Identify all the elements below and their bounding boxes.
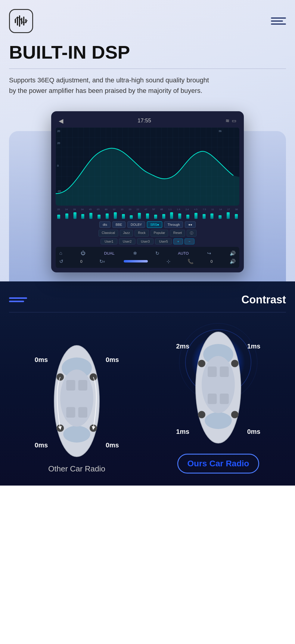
audio-waveform-icon xyxy=(14,14,29,29)
user3-btn[interactable]: User3 xyxy=(137,238,154,244)
our-car-label-container: Ours Car Radio xyxy=(177,454,259,474)
through-btn[interactable]: Through xyxy=(164,221,183,228)
top-section: BUILT-IN DSP Supports 36EQ adjustment, a… xyxy=(0,0,295,281)
svg-rect-22 xyxy=(66,407,75,418)
our-car-svg xyxy=(191,324,245,451)
battery-icon: ▭ xyxy=(232,118,236,124)
recycle-icon[interactable]: ↻ xyxy=(155,250,159,256)
eq-preset-buttons: Classical Jazz Rock Popular Reset ⓘ xyxy=(56,230,239,237)
fan-right-icon[interactable]: ⊹ xyxy=(166,259,170,264)
svg-text:0: 0 xyxy=(57,164,59,167)
user2-btn[interactable]: User2 xyxy=(119,238,135,244)
ctrl-row-1: ⌂ ⏻ DUAL ❄ ↻ AUTO ↪ 🔊 xyxy=(59,249,236,257)
other-delay-top-right: 0ms xyxy=(106,356,119,364)
contrast-divider xyxy=(9,312,286,312)
radio-time: 17:55 xyxy=(138,118,151,124)
jazz-btn[interactable]: Jazz xyxy=(120,230,133,237)
svg-point-19 xyxy=(60,370,93,427)
other-car-label: Other Car Radio xyxy=(48,464,105,474)
vol-up-icon[interactable]: 🔊 xyxy=(230,250,236,256)
remove-user-btn[interactable]: − xyxy=(185,238,194,244)
car-radio-display: ◀ 17:55 ≋ ▭ xyxy=(9,105,286,281)
our-delay-top-right: 1ms xyxy=(247,342,260,350)
eq-chart: 20 36 0 -20 20 xyxy=(56,127,239,206)
svg-point-31 xyxy=(202,356,235,413)
left-car-column: 0ms 0ms 0ms 0ms xyxy=(9,338,144,474)
contrast-title: Contrast xyxy=(241,293,286,306)
other-delay-top-left: 0ms xyxy=(35,356,48,364)
sync-icon[interactable]: ↪ xyxy=(207,250,211,256)
power-icon[interactable]: ⏻ xyxy=(81,250,85,256)
svg-rect-33 xyxy=(220,366,229,377)
info-btn[interactable]: ⓘ xyxy=(187,230,197,237)
page-title: BUILT-IN DSP xyxy=(9,42,286,63)
svg-text:20: 20 xyxy=(57,141,60,144)
eq-user-buttons: User1 User2 User3 User5 + − xyxy=(56,238,239,244)
svg-point-37 xyxy=(231,360,238,367)
svg-rect-32 xyxy=(208,366,217,377)
eq-tech-buttons: dts BBE DOLBY SRS● Through ●● xyxy=(56,221,239,228)
dts-btn[interactable]: dts xyxy=(99,221,110,228)
rock-btn[interactable]: Rock xyxy=(135,230,149,237)
our-delay-bot-right: 0ms xyxy=(247,428,260,436)
svg-rect-34 xyxy=(208,394,217,404)
svg-point-18 xyxy=(63,426,90,443)
svg-rect-4 xyxy=(23,17,24,26)
svg-rect-2 xyxy=(19,15,20,27)
svg-text:36: 36 xyxy=(219,129,222,132)
temp-left-val: 0 xyxy=(80,259,82,264)
user1-btn[interactable]: User1 xyxy=(101,238,117,244)
our-delay-top-left: 2ms xyxy=(176,342,189,350)
car-comparison: 0ms 0ms 0ms 0ms xyxy=(9,324,286,474)
our-car-label[interactable]: Ours Car Radio xyxy=(177,454,259,474)
back-nav-icon[interactable]: ↺ xyxy=(59,259,63,264)
phone-icon[interactable]: 📞 xyxy=(188,259,194,264)
add-user-btn[interactable]: + xyxy=(173,238,183,244)
logo xyxy=(9,9,33,33)
other-car-svg xyxy=(50,338,104,464)
svg-rect-21 xyxy=(78,380,87,391)
svg-point-38 xyxy=(198,411,205,418)
vol-mute-icon[interactable]: 🔊 xyxy=(230,259,236,264)
classical-btn[interactable]: Classical xyxy=(98,230,118,237)
ac-icon[interactable]: ❄ xyxy=(133,250,137,256)
srs-btn[interactable]: SRS● xyxy=(147,221,162,228)
other-delay-bot-right: 0ms xyxy=(106,441,119,449)
temp-right-val: 0 xyxy=(210,259,213,264)
signal-icon: ≋ xyxy=(225,118,229,124)
right-car-column: 2ms 1ms 1ms 0ms xyxy=(151,324,286,474)
svg-point-39 xyxy=(231,411,238,418)
radio-bottom-controls: ⌂ ⏻ DUAL ❄ ↻ AUTO ↪ 🔊 ↺ 0 ↻⸗ ⊹ 📞 0 xyxy=(56,247,239,268)
dolby-btn[interactable]: DOLBY xyxy=(127,221,145,228)
radio-top-bar: ◀ 17:55 ≋ ▭ xyxy=(56,116,239,127)
user5-btn[interactable]: User5 xyxy=(155,238,172,244)
svg-rect-23 xyxy=(78,407,87,418)
back-icon[interactable]: ◀ xyxy=(59,117,63,124)
fan-icon[interactable]: ↻⸗ xyxy=(99,259,105,264)
description-text: Supports 36EQ adjustment, and the ultra-… xyxy=(9,75,214,96)
svg-rect-20 xyxy=(66,380,75,391)
svg-point-36 xyxy=(198,360,205,367)
svg-text:-20: -20 xyxy=(57,189,61,192)
popular-btn[interactable]: Popular xyxy=(151,230,169,237)
home-icon[interactable]: ⌂ xyxy=(59,250,62,256)
svg-rect-35 xyxy=(220,394,229,404)
contrast-header: Contrast xyxy=(9,293,286,306)
bbe-btn[interactable]: BBE xyxy=(112,221,126,228)
reset-btn[interactable]: Reset xyxy=(170,230,185,237)
ctrl-row-2: ↺ 0 ↻⸗ ⊹ 📞 0 🔊 xyxy=(59,257,236,265)
menu-icon[interactable] xyxy=(271,17,286,25)
extra-btn[interactable]: ●● xyxy=(185,221,195,228)
bottom-section: Contrast 0ms 0ms 0ms 0ms xyxy=(0,281,295,486)
svg-point-30 xyxy=(205,412,232,429)
dual-label: DUAL xyxy=(104,251,115,256)
svg-text:20: 20 xyxy=(57,129,60,132)
accent-lines xyxy=(9,297,27,302)
other-delay-bot-left: 0ms xyxy=(35,441,48,449)
page-header xyxy=(9,9,286,33)
auto-label: AUTO xyxy=(178,251,189,256)
title-divider xyxy=(9,69,286,69)
our-delay-bot-left: 1ms xyxy=(176,428,189,436)
